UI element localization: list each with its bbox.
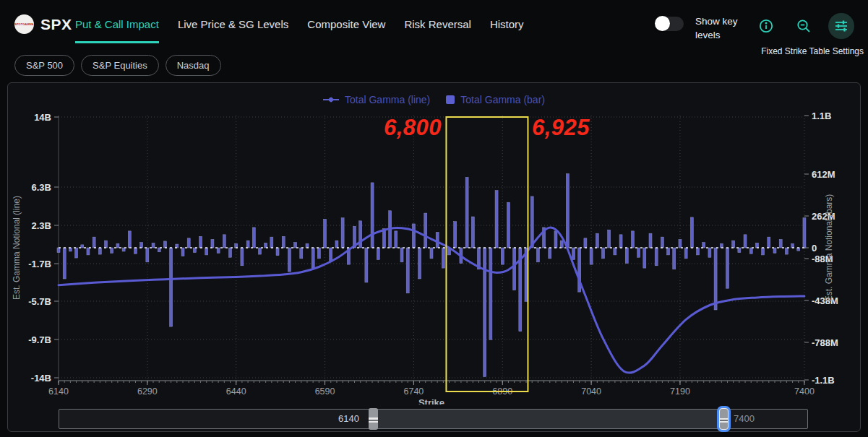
key-level-label-6925: 6,925 bbox=[532, 115, 590, 141]
pill-sp-equities[interactable]: S&P Equities bbox=[81, 55, 159, 76]
svg-text:6440: 6440 bbox=[226, 386, 246, 397]
svg-text:-788M: -788M bbox=[812, 337, 838, 348]
tab-live-price-sg-levels[interactable]: Live Price & SG Levels bbox=[178, 18, 288, 43]
tab-risk-reversal[interactable]: Risk Reversal bbox=[404, 18, 471, 43]
tab-put-call-impact[interactable]: Put & Call Impact bbox=[75, 18, 159, 43]
toggle-knob[interactable] bbox=[655, 16, 670, 31]
slider-min-handle[interactable] bbox=[369, 408, 378, 430]
svg-text:1.1B: 1.1B bbox=[812, 111, 831, 121]
settings-tooltip: Fixed Strike Table Settings bbox=[761, 46, 864, 56]
legend-total-gamma-bar[interactable]: Total Gamma (bar) bbox=[446, 94, 545, 105]
gamma-chart-panel: 14B6.3B2.3B-1.7B-5.7B-9.7B-14B1.1B612M26… bbox=[7, 82, 861, 432]
slider-max-value: 7400 bbox=[734, 413, 755, 424]
svg-text:6590: 6590 bbox=[315, 386, 335, 397]
symbol-title: SPX bbox=[40, 16, 72, 33]
svg-text:-1.7B: -1.7B bbox=[28, 259, 51, 269]
svg-text:7400: 7400 bbox=[794, 386, 815, 397]
pill-nasdaq[interactable]: Nasdaq bbox=[166, 55, 221, 76]
svg-text:612M: 612M bbox=[812, 169, 835, 180]
svg-text:-14B: -14B bbox=[31, 373, 51, 384]
svg-text:6740: 6740 bbox=[403, 386, 424, 397]
strike-range-slider[interactable]: 6140 7400 bbox=[59, 409, 808, 429]
svg-text:-5.7B: -5.7B bbox=[28, 296, 51, 307]
slider-selected-range[interactable] bbox=[378, 410, 719, 428]
show-key-levels-label: Show key levels bbox=[695, 14, 746, 42]
svg-text:2.3B: 2.3B bbox=[32, 220, 51, 231]
chart-toolbar bbox=[753, 13, 868, 39]
svg-text:6.3B: 6.3B bbox=[32, 182, 51, 193]
legend-total-gamma-line[interactable]: Total Gamma (line) bbox=[323, 94, 430, 105]
svg-text:6290: 6290 bbox=[137, 386, 158, 397]
svg-text:0: 0 bbox=[812, 243, 817, 254]
svg-text:7190: 7190 bbox=[670, 386, 690, 397]
chart-legend: Total Gamma (line) Total Gamma (bar) bbox=[8, 94, 860, 105]
fixed-strike-settings-icon[interactable] bbox=[828, 13, 854, 39]
line-series-marker-icon bbox=[323, 99, 339, 100]
slider-min-value: 6140 bbox=[338, 413, 359, 424]
index-filter-pills: S&P 500 S&P Equities Nasdaq bbox=[14, 55, 221, 76]
bar-series-marker-icon bbox=[446, 95, 455, 104]
logo-text: SPOTGAMMA bbox=[14, 22, 33, 26]
svg-text:7040: 7040 bbox=[581, 386, 601, 397]
svg-text:Strike: Strike bbox=[418, 397, 444, 404]
show-key-levels-toggle[interactable] bbox=[655, 17, 684, 31]
tab-bar: Put & Call Impact Live Price & SG Levels… bbox=[75, 18, 524, 43]
svg-text:Est. Gamma Notional (line): Est. Gamma Notional (line) bbox=[12, 196, 22, 300]
info-icon[interactable] bbox=[753, 13, 779, 39]
spotgamma-logo: SPOTGAMMA bbox=[14, 14, 34, 34]
slider-max-handle[interactable] bbox=[719, 408, 729, 430]
key-level-label-6800: 6,800 bbox=[326, 115, 442, 141]
svg-text:-9.7B: -9.7B bbox=[28, 334, 51, 345]
pill-sp500[interactable]: S&P 500 bbox=[14, 55, 74, 76]
svg-text:Est. Gamma Notional (bars): Est. Gamma Notional (bars) bbox=[824, 194, 834, 302]
tab-composite-view[interactable]: Composite View bbox=[307, 18, 385, 43]
svg-text:-1.1B: -1.1B bbox=[812, 375, 835, 386]
tab-history[interactable]: History bbox=[490, 18, 524, 43]
top-bar: SPOTGAMMA SPX Put & Call Impact Live Pri… bbox=[0, 0, 868, 51]
svg-text:14B: 14B bbox=[34, 112, 51, 123]
svg-text:6140: 6140 bbox=[48, 386, 69, 397]
toggle-track[interactable] bbox=[655, 17, 684, 31]
zoom-out-icon[interactable] bbox=[791, 13, 817, 39]
